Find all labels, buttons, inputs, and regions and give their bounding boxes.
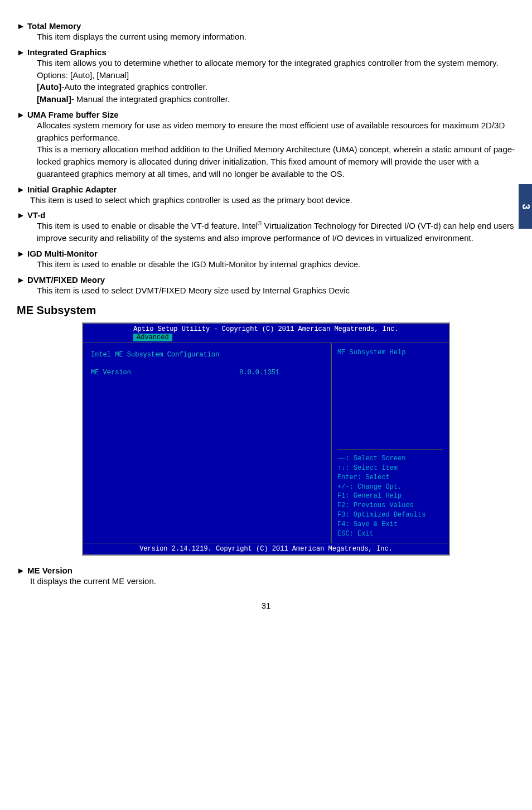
bios-key-select-screen: →←: Select Screen: [337, 454, 443, 464]
bios-key-esc: ESC: Exit: [337, 529, 443, 539]
heading-dvmt-fixed: ► DVMT/FIXED Meory: [17, 275, 515, 285]
text-vtd: This item is used to enable or disable t…: [37, 220, 515, 244]
bios-tab-row: Advanced: [83, 333, 449, 343]
heading-me-version: ► ME Version: [17, 566, 515, 575]
bios-left-pane: Intel ME Subsystem Configuration ME Vers…: [83, 343, 332, 543]
text-initial-graphic-adapter: This item is used to select which graphi…: [30, 194, 515, 206]
side-tab-number: 3: [519, 204, 531, 209]
text-uma-2: This is a memory allocation method addit…: [37, 143, 515, 180]
bios-key-f4: F4: Save & Exit: [337, 520, 443, 529]
bios-key-select-item: ↑↓: Select Item: [337, 464, 443, 473]
text-me-version: It displays the current ME version.: [30, 575, 515, 587]
bios-key-f2: F2: Previous Values: [337, 501, 443, 510]
bios-key-f1: F1: General Help: [337, 491, 443, 501]
section-title-me-subsystem: ME Subsystem: [17, 304, 515, 317]
text-total-memory: This item displays the current using mem…: [37, 31, 515, 43]
bios-right-pane: ME Subsystem Help →←: Select Screen ↑↓: …: [332, 343, 449, 543]
page-number: 31: [17, 601, 515, 610]
heading-igd-multi-monitor: ► IGD Multi-Monitor: [17, 249, 515, 258]
bios-footer: Version 2.14.1219. Copyright (C) 2011 Am…: [83, 543, 449, 555]
bios-key-f3: F3: Optimized Defaults: [337, 510, 443, 520]
text-integrated-graphics: This item allows you to determine whethe…: [37, 57, 515, 81]
text-uma-1: Allocates system memory for use as video…: [37, 119, 515, 144]
bios-title: Aptio Setup Utility - Copyright (C) 2011…: [83, 324, 449, 333]
bios-key-enter: Enter: Select: [337, 473, 443, 483]
bios-me-version-row: ME Version 8.0.0.1351: [91, 369, 323, 377]
bios-config-heading: Intel ME Subsystem Configuration: [91, 351, 323, 359]
option-manual: [Manual]- Manual the integrated graphics…: [37, 93, 515, 105]
text-igd-multi-monitor: This item is used to enable or disable t…: [37, 258, 515, 271]
page-side-tab: 3: [519, 184, 532, 229]
heading-vtd: ► VT-d: [17, 210, 515, 220]
bios-key-hints: →←: Select Screen ↑↓: Select Item Enter:…: [337, 449, 443, 538]
bios-me-version-value: 8.0.0.1351: [239, 369, 279, 377]
bios-help-text: ME Subsystem Help: [337, 349, 443, 449]
heading-total-memory: ► Total Memory: [17, 21, 515, 31]
bios-screenshot: Aptio Setup Utility - Copyright (C) 2011…: [82, 322, 450, 556]
text-dvmt-fixed: This item is used to select DVMT/FIXED M…: [37, 285, 515, 297]
heading-integrated-graphics: ► Integrated Graphics: [17, 47, 515, 57]
option-auto: [Auto]-Auto the integrated graphics cont…: [37, 81, 515, 93]
bios-me-version-label: ME Version: [91, 369, 131, 377]
heading-uma-frame-buffer: ► UMA Frame buffer Size: [17, 110, 515, 119]
bios-key-change-opt: +/-: Change Opt.: [337, 483, 443, 492]
bios-tab-advanced: Advanced: [133, 334, 172, 341]
heading-initial-graphic-adapter: ► Initial Graphic Adapter: [17, 185, 515, 194]
